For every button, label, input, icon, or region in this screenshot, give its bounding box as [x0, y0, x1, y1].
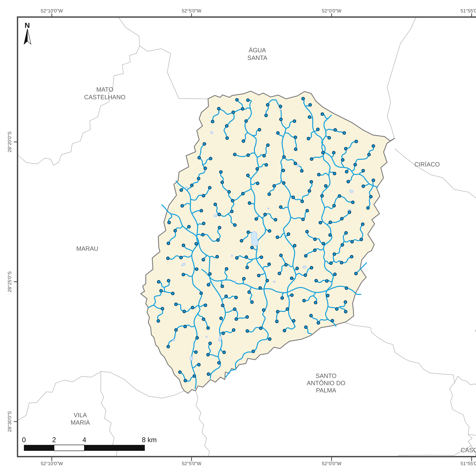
- svg-text:4: 4: [83, 436, 86, 444]
- svg-text:52°0'0"W: 52°0'0"W: [322, 8, 341, 14]
- svg-text:2: 2: [52, 436, 56, 444]
- svg-text:VILA: VILA: [74, 412, 87, 419]
- svg-text:51°55'0"W: 51°55'0"W: [460, 8, 476, 14]
- svg-text:52°10'0"W: 52°10'0"W: [41, 8, 63, 14]
- svg-text:ÁGUA: ÁGUA: [249, 47, 266, 54]
- svg-text:28°25'0"S: 28°25'0"S: [7, 271, 12, 292]
- svg-text:28°20'0"S: 28°20'0"S: [7, 131, 12, 152]
- svg-text:52°5'0"W: 52°5'0"W: [182, 8, 202, 14]
- svg-text:52°5'0"W: 52°5'0"W: [182, 461, 202, 466]
- svg-text:52°0'0"W: 52°0'0"W: [322, 461, 341, 466]
- svg-text:CIRÍACO: CIRÍACO: [414, 161, 440, 168]
- svg-text:MARIA: MARIA: [71, 419, 90, 426]
- svg-text:MARAU: MARAU: [76, 245, 98, 252]
- svg-text:CASCA: CASCA: [461, 447, 476, 454]
- svg-text:51°55'0"W: 51°55'0"W: [460, 461, 476, 466]
- svg-text:N: N: [25, 21, 30, 29]
- svg-text:8 km: 8 km: [142, 436, 157, 444]
- svg-text:SANTO: SANTO: [316, 372, 337, 379]
- svg-text:28°30'0"S: 28°30'0"S: [7, 411, 12, 432]
- svg-text:CASTELHANO: CASTELHANO: [84, 94, 125, 101]
- svg-text:SANTA: SANTA: [247, 54, 267, 61]
- svg-text:0: 0: [22, 436, 26, 444]
- svg-text:MATO: MATO: [96, 86, 113, 93]
- svg-text:ANTÔNIO DO: ANTÔNIO DO: [307, 380, 345, 386]
- svg-text:52°10'0"W: 52°10'0"W: [41, 461, 63, 466]
- svg-text:PALMA: PALMA: [316, 387, 336, 394]
